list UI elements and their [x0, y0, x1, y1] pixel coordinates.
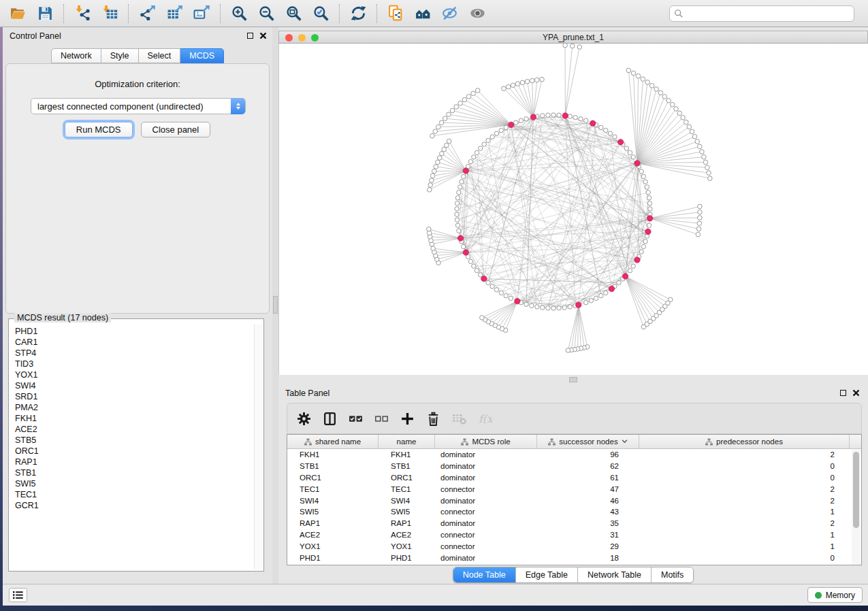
graph-node[interactable]: [546, 113, 550, 117]
graph-node[interactable]: [658, 90, 663, 95]
graph-hub-node[interactable]: [617, 139, 623, 145]
graph-node[interactable]: [466, 95, 471, 99]
graph-node[interactable]: [641, 174, 645, 178]
mcds-result-item[interactable]: PHD1: [15, 326, 253, 337]
graph-node[interactable]: [482, 142, 486, 146]
graph-hub-node[interactable]: [562, 113, 568, 118]
graph-node[interactable]: [647, 223, 651, 227]
memory-button[interactable]: Memory: [807, 587, 863, 603]
graph-node[interactable]: [707, 171, 711, 176]
graph-node[interactable]: [445, 143, 449, 148]
graph-node[interactable]: [670, 102, 675, 107]
graph-node[interactable]: [440, 151, 445, 156]
graph-node[interactable]: [447, 112, 451, 117]
graph-node[interactable]: [471, 91, 476, 96]
horizontal-splitter-grip[interactable]: [569, 377, 577, 382]
delete-column-button[interactable]: [423, 408, 443, 429]
mcds-result-item[interactable]: ACE2: [15, 424, 253, 435]
table-row[interactable]: ORC1ORC1dominator610: [287, 472, 861, 484]
tab-node-table[interactable]: Node Table: [453, 567, 515, 582]
graph-node[interactable]: [519, 118, 523, 122]
graph-node[interactable]: [524, 117, 528, 121]
graph-node[interactable]: [551, 306, 556, 310]
graph-node[interactable]: [455, 223, 460, 227]
table-row[interactable]: SWI5SWI5connector431: [287, 506, 861, 518]
graph-node[interactable]: [504, 125, 508, 129]
graph-node[interactable]: [566, 348, 570, 353]
graph-node[interactable]: [677, 111, 682, 116]
graph-node[interactable]: [674, 107, 679, 112]
graph-node[interactable]: [697, 221, 702, 226]
table-row[interactable]: STB1STB1dominator620: [287, 461, 861, 472]
graph-node[interactable]: [486, 280, 490, 284]
hide-selected-button[interactable]: [436, 2, 464, 25]
column-header-predecessor-nodes[interactable]: predecessor nodes: [639, 435, 850, 448]
graph-hub-node[interactable]: [530, 114, 536, 120]
graph-node[interactable]: [695, 139, 700, 144]
mcds-result-item[interactable]: FKH1: [15, 413, 253, 424]
graph-node[interactable]: [608, 131, 612, 135]
graph-node[interactable]: [562, 306, 566, 310]
import-network-button[interactable]: [69, 2, 96, 25]
mcds-result-item[interactable]: PMA2: [15, 402, 253, 413]
graph-node[interactable]: [700, 150, 705, 154]
graph-node[interactable]: [511, 83, 515, 88]
graph-node[interactable]: [478, 146, 482, 150]
graph-hub-node[interactable]: [622, 274, 628, 279]
graph-node[interactable]: [455, 218, 459, 222]
graph-node[interactable]: [662, 95, 667, 99]
graph-hub-node[interactable]: [590, 120, 596, 126]
graph-node[interactable]: [577, 45, 582, 50]
table-row[interactable]: RAP1RAP1dominator352: [287, 518, 861, 529]
graph-node[interactable]: [432, 169, 436, 174]
mcds-result-item[interactable]: SRD1: [15, 391, 253, 402]
columns-button[interactable]: [320, 408, 339, 429]
graph-node[interactable]: [433, 129, 438, 134]
graph-hub-node[interactable]: [645, 229, 651, 234]
graph-node[interactable]: [570, 44, 575, 48]
graph-node[interactable]: [442, 147, 447, 152]
tab-style[interactable]: Style: [101, 48, 139, 63]
graph-node[interactable]: [698, 204, 703, 209]
save-button[interactable]: [31, 2, 59, 25]
window-zoom-button[interactable]: [311, 34, 319, 42]
graph-node[interactable]: [654, 87, 659, 92]
graph-node[interactable]: [520, 80, 525, 85]
settings-button[interactable]: [294, 408, 313, 429]
table-row[interactable]: TEC1TEC1connector472: [287, 483, 861, 495]
graph-node[interactable]: [460, 180, 464, 184]
graph-node[interactable]: [443, 116, 447, 121]
mcds-result-item[interactable]: STB5: [15, 435, 253, 446]
close-table-panel-icon[interactable]: [852, 389, 860, 397]
mcds-result-item[interactable]: RAP1: [15, 457, 253, 467]
graph-node[interactable]: [431, 246, 436, 251]
graph-node[interactable]: [649, 84, 654, 88]
table-row[interactable]: SWI4SWI4dominator462: [287, 495, 861, 506]
window-close-button[interactable]: [285, 34, 293, 42]
graph-node[interactable]: [636, 73, 641, 78]
tab-motifs[interactable]: Motifs: [651, 567, 693, 582]
graph-hub-node[interactable]: [457, 235, 463, 241]
graph-node[interactable]: [594, 296, 598, 300]
graph-node[interactable]: [628, 150, 632, 154]
graph-node[interactable]: [506, 84, 511, 89]
graph-node[interactable]: [530, 78, 534, 83]
graph-node[interactable]: [475, 269, 479, 273]
graph-node[interactable]: [530, 303, 534, 308]
graph-node[interactable]: [457, 191, 461, 195]
window-minimize-button[interactable]: [298, 34, 306, 42]
graph-node[interactable]: [563, 44, 568, 48]
graph-node[interactable]: [573, 115, 577, 119]
graph-node[interactable]: [647, 201, 652, 205]
export-network-button[interactable]: [133, 2, 161, 25]
graph-node[interactable]: [430, 174, 435, 178]
float-table-panel-icon[interactable]: [840, 390, 846, 396]
zoom-fit-button[interactable]: [280, 2, 307, 25]
graph-node[interactable]: [584, 118, 588, 122]
table-row[interactable]: PHD1PHD1dominator180: [287, 552, 861, 563]
graph-node[interactable]: [436, 125, 441, 129]
tab-mcds[interactable]: MCDS: [180, 48, 224, 63]
graph-node[interactable]: [462, 97, 467, 102]
add-column-button[interactable]: [398, 408, 417, 429]
graph-node[interactable]: [697, 144, 702, 149]
